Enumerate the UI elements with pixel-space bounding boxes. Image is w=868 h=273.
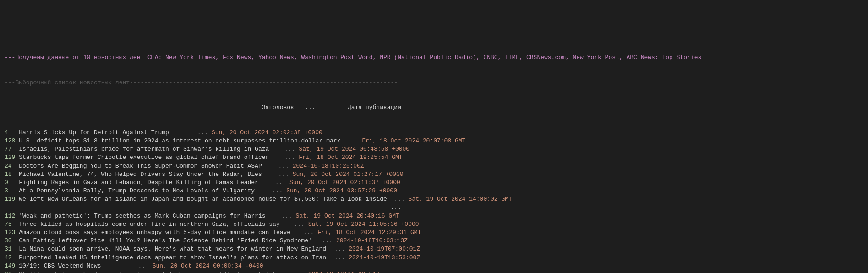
table-row: 30 Can Eating Leftover Rice Kill You? He…: [5, 237, 863, 245]
table-row: 119 We left New Orleans for an island in…: [5, 195, 863, 203]
table-row: 123 Amazon cloud boss says employees unh…: [5, 229, 863, 237]
table-row: 18 Michael Valentine, 74, Who Helped Dri…: [5, 170, 863, 179]
table-row: 31 La Nina could soon arrive, NOAA says.…: [5, 245, 863, 253]
separator1: ---Выборочный список новостных лент-----…: [5, 79, 863, 87]
table-row: 4 Harris Sticks Up for Detroit Against T…: [5, 129, 863, 137]
table-rows: 4 Harris Sticks Up for Detroit Against T…: [5, 129, 863, 273]
table-row: 75 Three killed as hospitals come under …: [5, 220, 863, 229]
table-row: 42 Purported leaked US intelligence docs…: [5, 254, 863, 262]
table-row: ...: [5, 204, 863, 212]
table-row: 77 Israelis, Palestinians brace for afte…: [5, 145, 863, 153]
table-row: 129 Starbucks taps former Chipotle execu…: [5, 153, 863, 162]
table-row: 24 Doctors Are Begging You to Break This…: [5, 162, 863, 170]
table-row: 128 U.S. deficit tops $1.8 trillion in 2…: [5, 137, 863, 145]
terminal-container: ---Получены данные от 10 новостных лент …: [5, 37, 863, 273]
table-row: 3 At a Pennsylvania Rally, Trump Descend…: [5, 187, 863, 195]
table-row: 112 'Weak and pathetic': Trump seethes a…: [5, 212, 863, 220]
table-row: 149 10/19: CBS Weekend News ... Sun, 20 …: [5, 262, 863, 270]
table-header: Заголовок ... Дата публикации: [5, 104, 863, 112]
table-row: 33 Striking photographs document environ…: [5, 270, 863, 273]
table-row: 0 Fighting Rages in Gaza and Lebanon, De…: [5, 179, 863, 187]
intro-line: ---Получены данные от 10 новостных лент …: [5, 54, 863, 62]
